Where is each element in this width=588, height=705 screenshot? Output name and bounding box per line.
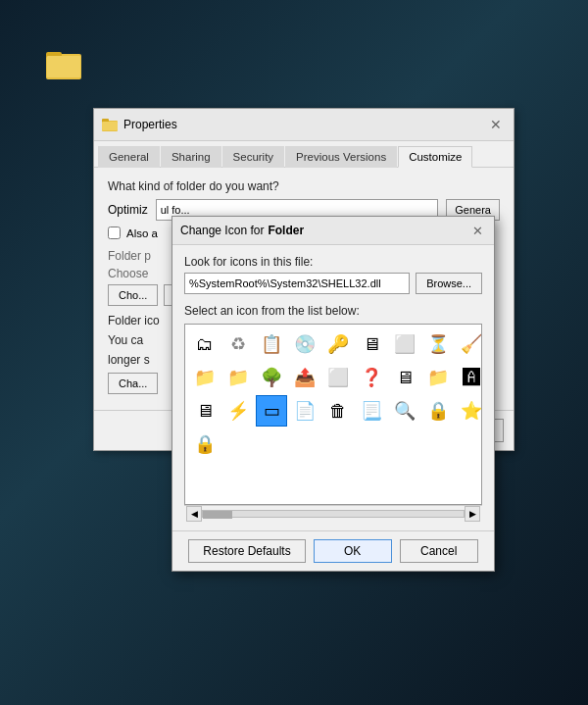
icon-cell[interactable]: ⬜ bbox=[322, 362, 354, 393]
dialog-close-button[interactable]: ✕ bbox=[468, 222, 486, 239]
properties-titlebar: Properties ✕ bbox=[94, 109, 514, 141]
file-path-input[interactable] bbox=[184, 273, 410, 294]
dialog-body: Look for icons in this file: Browse... S… bbox=[172, 245, 494, 530]
tab-sharing[interactable]: Sharing bbox=[161, 146, 221, 168]
scrollbar-thumb bbox=[203, 511, 232, 519]
change-icon-dialog: Change Icon for Folder ✕ Look for icons … bbox=[172, 216, 495, 572]
scroll-right-arrow[interactable]: ▶ bbox=[465, 506, 480, 522]
icon-cell[interactable]: 🔒 bbox=[422, 395, 454, 427]
dialog-cancel-button[interactable]: Cancel bbox=[400, 539, 478, 563]
icon-cell[interactable]: 🅰 bbox=[456, 362, 482, 393]
icon-grid: 🗂♻📋💿🔑🖥⬜⏳🧹📁📁🌳📤⬜❓🖥📁🅰🖥⚡▭📄🗑📃🔍🔒⭐🔒 bbox=[185, 325, 481, 464]
svg-rect-5 bbox=[102, 122, 118, 130]
properties-tabs: General Sharing Security Previous Versio… bbox=[94, 141, 514, 168]
icon-cell[interactable]: 🔑 bbox=[322, 328, 354, 360]
icon-cell[interactable]: 🗑 bbox=[322, 395, 354, 427]
icon-cell[interactable]: ⬜ bbox=[389, 328, 420, 360]
scroll-left-arrow[interactable]: ◀ bbox=[186, 506, 202, 522]
select-icon-label: Select an icon from the list below: bbox=[184, 304, 482, 318]
icon-cell[interactable]: 🧹 bbox=[456, 328, 482, 360]
icon-cell[interactable]: 🔒 bbox=[189, 428, 220, 460]
dialog-footer: Restore Defaults OK Cancel bbox=[172, 530, 494, 571]
icon-cell[interactable]: 🌳 bbox=[256, 362, 287, 393]
icon-cell[interactable]: 📋 bbox=[256, 328, 287, 360]
icon-cell[interactable]: 📃 bbox=[356, 395, 387, 427]
icon-cell[interactable]: ▭ bbox=[256, 395, 287, 427]
tab-customize[interactable]: Customize bbox=[398, 146, 472, 168]
icon-cell[interactable]: 📤 bbox=[289, 362, 320, 393]
dialog-ok-button[interactable]: OK bbox=[314, 539, 392, 563]
change-icon-button[interactable]: Cha... bbox=[108, 373, 158, 394]
icon-cell[interactable]: 🖥 bbox=[389, 362, 420, 393]
icon-cell[interactable]: ❓ bbox=[356, 362, 387, 393]
icon-scrollbar: ◀ ▶ bbox=[184, 505, 482, 521]
icon-cell[interactable]: 🖥 bbox=[189, 395, 220, 427]
scrollbar-track[interactable] bbox=[202, 510, 465, 518]
tab-security[interactable]: Security bbox=[222, 146, 285, 168]
icon-cell[interactable]: 📄 bbox=[289, 395, 320, 427]
what-kind-label: What kind of folder do you want? bbox=[108, 179, 500, 193]
properties-close-button[interactable]: ✕ bbox=[486, 115, 506, 134]
file-path-row: Browse... bbox=[184, 273, 482, 294]
icon-cell[interactable]: 📁 bbox=[422, 362, 454, 393]
properties-title: Properties bbox=[102, 118, 177, 131]
svg-rect-2 bbox=[47, 56, 80, 77]
also-label: Also a bbox=[126, 227, 158, 239]
icon-cell[interactable]: ⏳ bbox=[422, 328, 454, 360]
icon-grid-wrapper: 🗂♻📋💿🔑🖥⬜⏳🧹📁📁🌳📤⬜❓🖥📁🅰🖥⚡▭📄🗑📃🔍🔒⭐🔒 bbox=[184, 324, 482, 505]
icon-cell[interactable]: 🖥 bbox=[356, 328, 387, 360]
properties-title-text: Properties bbox=[123, 118, 177, 131]
tab-general[interactable]: General bbox=[98, 146, 160, 168]
dialog-folder-name: Folder bbox=[268, 224, 304, 237]
icon-cell[interactable]: 📁 bbox=[189, 362, 220, 393]
icon-cell[interactable]: 📁 bbox=[222, 362, 254, 393]
dialog-title: Change Icon for Folder bbox=[180, 224, 304, 237]
restore-defaults-button[interactable]: Restore Defaults bbox=[188, 539, 305, 563]
dialog-titlebar: Change Icon for Folder ✕ bbox=[172, 217, 494, 245]
look-for-label: Look for icons in this file: bbox=[184, 255, 482, 269]
tab-previous-versions[interactable]: Previous Versions bbox=[285, 146, 397, 168]
icon-cell[interactable]: 🔍 bbox=[389, 395, 420, 427]
choose-button[interactable]: Cho... bbox=[108, 284, 158, 306]
icon-cell[interactable]: ⭐ bbox=[456, 395, 482, 427]
desktop-folder-icon[interactable] bbox=[44, 44, 83, 83]
dialog-title-prefix: Change Icon for bbox=[180, 224, 264, 237]
browse-button[interactable]: Browse... bbox=[416, 273, 482, 294]
icon-cell[interactable]: 🗂 bbox=[189, 328, 220, 360]
optimize-label: Optimiz bbox=[108, 203, 148, 217]
also-checkbox[interactable] bbox=[108, 227, 121, 239]
properties-folder-icon bbox=[102, 118, 118, 131]
icon-cell[interactable]: 💿 bbox=[289, 328, 320, 360]
icon-cell[interactable]: ⚡ bbox=[222, 395, 254, 427]
icon-cell[interactable]: ♻ bbox=[222, 328, 254, 360]
